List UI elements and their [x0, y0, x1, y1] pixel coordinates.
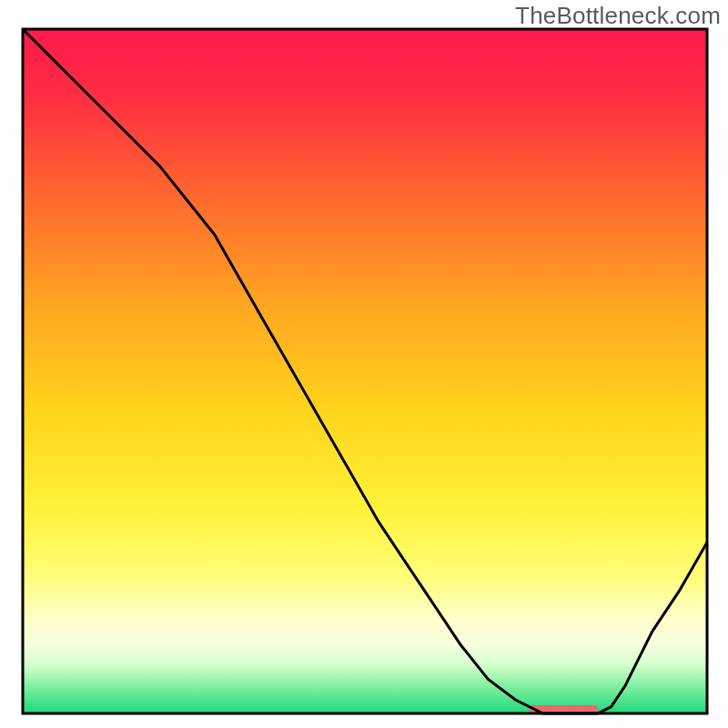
chart-canvas [0, 0, 728, 728]
watermark-label: TheBottleneck.com [515, 2, 721, 30]
bottleneck-chart: TheBottleneck.com [0, 0, 728, 728]
